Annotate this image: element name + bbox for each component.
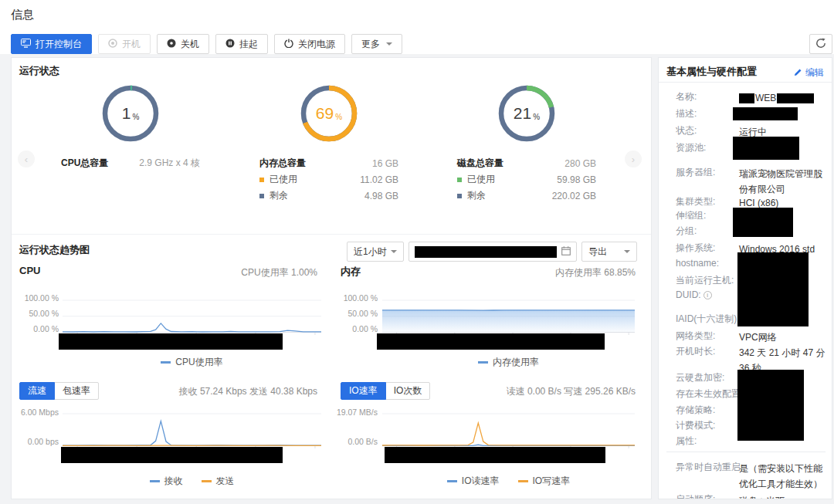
power-off-button[interactable]: 关闭电源 [274, 34, 345, 54]
trend-chart-title: 运行状态趋势图 [19, 243, 90, 257]
power-off-label: 关闭电源 [298, 38, 335, 51]
time-range-select[interactable]: 近1小时 [347, 242, 404, 262]
memory-chart-legend: 内存使用率 [382, 356, 635, 369]
field-label-pending-config: 存在未生效配置: [676, 387, 743, 401]
field-value-boot-order: 磁盘->光驱 [739, 493, 829, 499]
field-value-network-type: VPC网络 [739, 330, 829, 345]
field-label-attributes: 属性: [676, 435, 697, 448]
disk-used-label: 已使用 [457, 173, 495, 186]
disk-free-value: 220.02 GB [552, 191, 596, 201]
legend-label: 发送 [216, 475, 235, 488]
free-bullet-icon [259, 194, 264, 198]
field-label-duid: DUID:i [676, 289, 712, 300]
field-label-billing-mode: 计费模式: [676, 419, 715, 432]
memory-usage-chart [382, 296, 635, 336]
calendar-icon [561, 245, 571, 259]
network-stat: 接收 57.24 Kbps 发送 40.38 Kbps [86, 385, 317, 398]
disk-capacity-value: 280 GB [564, 158, 596, 169]
cpu-usage-chart [63, 296, 321, 336]
properties-panel-title: 基本属性与硬件配置 [666, 65, 757, 79]
suspend-button[interactable]: 挂起 [215, 34, 268, 54]
shutdown-button[interactable]: 关机 [157, 34, 209, 54]
suspend-label: 挂起 [239, 38, 258, 51]
memory-free-value: 4.98 GB [364, 191, 398, 201]
io-ytick-0: 0.00 B/s [331, 437, 378, 446]
edit-button[interactable]: 编辑 [794, 66, 824, 79]
redacted-value [733, 137, 799, 160]
memory-capacity-label: 内存总容量 [259, 157, 306, 170]
power-on-icon [108, 39, 117, 50]
disk-used-value: 59.98 GB [557, 174, 596, 185]
memory-gauge: 69% 内存总容量 16 GB 已使用 11.02 GB 剩余 4.98 GB [259, 84, 398, 204]
io-ytick-max: 19.07 MB/s [331, 408, 378, 417]
field-label-host: 当前运行主机: [676, 274, 734, 287]
console-icon [21, 39, 31, 50]
redacted-x-axis [59, 333, 283, 350]
redacted-value [733, 208, 793, 237]
toolbar: 打开控制台 开机 关机 挂起 关闭电源 更多 [11, 34, 402, 54]
field-label-server-group: 服务器组: [676, 166, 715, 179]
export-select[interactable]: 导出 [581, 242, 637, 262]
power-off-icon [284, 39, 293, 50]
cpu-ytick-100: 100.00 % [12, 293, 59, 303]
refresh-icon [815, 38, 826, 51]
running-status-title: 运行状态 [19, 64, 59, 78]
date-range-input[interactable] [409, 242, 577, 262]
carousel-prev-button[interactable]: ‹ [18, 151, 35, 167]
disk-free-label: 剩余 [457, 189, 486, 202]
legend-label: 接收 [164, 475, 183, 488]
disk-capacity-label: 磁盘总容量 [457, 157, 503, 170]
cpu-usage-stat: CPU使用率 1.00% [86, 266, 317, 279]
field-value-server-group: 瑞派宠物医院管理股份有限公司 [739, 166, 829, 197]
panel-divider [666, 452, 826, 452]
field-value-auto-restart: 是（需安装以下性能优化工具才能生效） [739, 461, 829, 492]
memory-used-value: 11.02 GB [360, 174, 398, 185]
panel-divider [659, 82, 832, 83]
refresh-button[interactable] [809, 34, 832, 54]
cpu-ytick-0: 0.00 % [12, 324, 59, 333]
memory-free-label: 剩余 [259, 189, 288, 202]
field-label-disk-encryption: 云硬盘加密: [676, 371, 724, 384]
field-label-os: 操作系统: [676, 242, 715, 255]
used-bullet-icon [457, 178, 462, 182]
field-label-cluster-type: 集群类型: [676, 195, 715, 208]
memory-usage-stat: 内存使用率 68.85% [404, 266, 636, 279]
legend-dash-icon [161, 361, 171, 364]
memory-ytick-100: 100.00 % [331, 293, 378, 303]
field-label-uptime: 开机时长: [676, 345, 715, 358]
cpu-chart-legend: CPU使用率 [63, 356, 321, 369]
redacted-date-range [415, 246, 557, 258]
field-label-storage-policy: 存储策略: [676, 404, 715, 417]
redacted-value [737, 252, 809, 326]
section-divider [12, 234, 651, 235]
cpu-capacity-label: CPU总容量 [61, 157, 108, 170]
legend-label: 内存使用率 [493, 356, 539, 369]
field-label-auto-restart: 异常时自动重启: [676, 461, 743, 474]
power-on-button[interactable]: 开机 [98, 34, 151, 54]
carousel-next-button[interactable]: › [625, 151, 642, 167]
tab-io-rate[interactable]: IO速率 [341, 382, 386, 400]
more-button[interactable]: 更多 [351, 34, 402, 54]
legend-label: IO写速率 [533, 475, 571, 488]
cpu-usage-donut: 1% [101, 84, 160, 143]
pencil-icon [794, 68, 802, 79]
tab-traffic-rate[interactable]: 流速 [19, 382, 55, 400]
cpu-chart-title: CPU [19, 265, 40, 276]
chevron-down-icon [391, 250, 397, 253]
page-title: 信息 [11, 8, 34, 22]
redacted-value [777, 93, 814, 103]
network-traffic-chart [63, 409, 321, 449]
power-on-label: 开机 [122, 38, 141, 51]
memory-chart-title: 内存 [341, 265, 361, 279]
redacted-value [737, 370, 804, 441]
disk-gauge: 21% 磁盘总容量 280 GB 已使用 59.98 GB 剩余 220.02 … [457, 84, 596, 204]
field-label-status: 状态: [676, 124, 697, 137]
main-panel: 运行状态 ‹ › 1% CPU总容量 2.9 GHz x 4 核 [11, 57, 652, 499]
legend-dash-icon [447, 480, 457, 482]
open-console-button[interactable]: 打开控制台 [11, 34, 92, 54]
memory-ytick-0: 0.00 % [331, 324, 378, 333]
disk-percent-value: 21% [497, 84, 556, 143]
disk-usage-donut: 21% [497, 84, 556, 143]
field-label-hostname: hostname: [676, 258, 719, 269]
network-ytick-0: 0.00 bps [12, 437, 59, 446]
